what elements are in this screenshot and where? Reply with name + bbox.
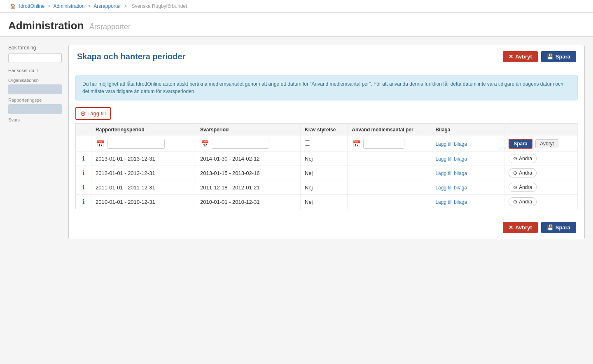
row-bilaga: Lägg till bilaga — [431, 152, 504, 166]
th-icon — [76, 124, 91, 136]
row-svar: 2014-01-30 - 2014-02-12 — [196, 152, 301, 166]
row-action: ⊙ Ändra — [504, 180, 578, 195]
row-save-button[interactable]: Spara — [509, 139, 532, 149]
rapportering-calendar-icon[interactable]: 📅 — [96, 139, 105, 149]
row-action: ⊙ Ändra — [504, 195, 578, 209]
search-label: Sök förening — [8, 45, 62, 51]
row-action: ⊙ Ändra — [504, 166, 578, 180]
breadcrumb-sep2: > — [88, 3, 91, 9]
page-title: Administration — [8, 19, 84, 32]
row-bilaga: Lägg till bilaga — [431, 180, 504, 195]
table-row: ℹ 2011-01-01 - 2011-12-31 2011-12-18 - 2… — [76, 180, 578, 195]
here-label: Här söker du fr — [8, 68, 62, 73]
page-header: Administration Årsrapporter — [0, 13, 593, 37]
footer-cancel-button[interactable]: ✕ Avbryt — [503, 222, 538, 233]
th-rapportering: Rapporteringsperiod — [91, 124, 196, 136]
rapportering-label: Rapporteringspe — [8, 98, 62, 103]
new-row-action-cell: Spara Avbryt — [504, 136, 578, 152]
bilaga-link-2[interactable]: Lägg till bilaga — [435, 185, 467, 191]
svar-calendar-icon[interactable]: 📅 — [200, 139, 210, 149]
sidebar: Sök förening Här söker du fr Organisatio… — [8, 45, 62, 239]
check-circle-icon-0: ⊙ — [513, 156, 517, 161]
breadcrumb-admin[interactable]: Administration — [53, 3, 84, 9]
check-circle-icon-1: ⊙ — [513, 170, 517, 176]
add-period-button[interactable]: ⊕ Lägg till — [75, 107, 111, 120]
table-row: ℹ 2010-01-01 - 2010-12-31 2010-01-01 - 2… — [76, 195, 578, 209]
header-cancel-button[interactable]: ✕ Avbryt — [503, 51, 538, 62]
andra-button-1[interactable]: ⊙ Ändra — [509, 168, 537, 177]
check-circle-icon-3: ⊙ — [513, 199, 517, 205]
breadcrumb-org: Svenska Rugbyförbundet — [132, 3, 187, 9]
svar-date-input[interactable] — [212, 139, 269, 149]
anvand-calendar-icon[interactable]: 📅 — [352, 139, 362, 149]
row-krav: Nej — [301, 166, 348, 180]
row-info-icon: ℹ — [76, 195, 91, 209]
andra-button-0[interactable]: ⊙ Ändra — [509, 154, 537, 163]
bilaga-link-3[interactable]: Lägg till bilaga — [435, 199, 467, 205]
table-row: ℹ 2013-01-01 - 2013-12-31 2014-01-30 - 2… — [76, 152, 578, 166]
new-bilaga-link[interactable]: Lägg till bilaga — [435, 141, 467, 147]
modal-card: Skapa och hantera perioder ✕ Avbryt 💾 Sp… — [68, 45, 585, 239]
row-svar: 2011-12-18 - 2012-01-21 — [196, 180, 301, 195]
row-anvand — [348, 180, 431, 195]
x-icon: ✕ — [509, 54, 513, 60]
header-save-button[interactable]: 💾 Spara — [541, 51, 576, 62]
x-icon-footer: ✕ — [509, 224, 513, 231]
svars-label: Svars — [8, 117, 62, 122]
row-rapportering: 2010-01-01 - 2010-12-31 — [91, 195, 196, 209]
info-box: Du har möjlighet att låta IdrottOnline a… — [75, 75, 578, 100]
row-info-icon: ℹ — [76, 180, 91, 195]
table-header-row: Rapporteringsperiod Svarsperiod Kräv sty… — [76, 124, 578, 136]
rapportering-date-input[interactable] — [107, 139, 165, 149]
th-action — [504, 124, 578, 136]
info-text: Du har möjlighet att låta IdrottOnline a… — [82, 81, 563, 94]
row-rapportering: 2013-01-01 - 2013-12-31 — [91, 152, 196, 166]
row-cancel-button[interactable]: Avbryt — [535, 139, 558, 148]
th-anvand: Använd medlemsantal per — [348, 124, 431, 136]
home-icon: 🏠 — [10, 3, 16, 9]
th-krav: Kräv styrelse — [301, 124, 348, 136]
org-label: Organisationsn — [8, 78, 62, 83]
bilaga-link-1[interactable]: Lägg till bilaga — [435, 170, 467, 176]
check-circle-icon-2: ⊙ — [513, 184, 517, 190]
row-rapportering: 2012-01-01 - 2012-12-31 — [91, 166, 196, 180]
bilaga-link-0[interactable]: Lägg till bilaga — [435, 156, 467, 162]
row-bilaga: Lägg till bilaga — [431, 195, 504, 209]
row-anvand — [348, 195, 431, 209]
new-row-anvand-cell: 📅 — [348, 136, 431, 152]
row-info-icon: ℹ — [76, 152, 91, 166]
row-anvand — [348, 166, 431, 180]
svar-input-group: 📅 — [200, 139, 296, 149]
row-krav: Nej — [301, 152, 348, 166]
th-svar: Svarsperiod — [196, 124, 301, 136]
row-rapportering: 2011-01-01 - 2011-12-31 — [91, 180, 196, 195]
row-bilaga: Lägg till bilaga — [431, 166, 504, 180]
row-action: ⊙ Ändra — [504, 152, 578, 166]
row-svar: 2010-01-01 - 2010-12-31 — [196, 195, 301, 209]
breadcrumb-arsrapporter[interactable]: Årsrapporter — [93, 3, 121, 9]
th-bilaga: Bilaga — [431, 124, 504, 136]
table-row: ℹ 2012-01-01 - 2012-12-31 2013-01-15 - 2… — [76, 166, 578, 180]
plus-circle-icon: ⊕ — [80, 110, 86, 117]
periods-table: Rapporteringsperiod Svarsperiod Kräv sty… — [75, 123, 578, 209]
card-footer: ✕ Avbryt 💾 Spara — [69, 216, 584, 239]
anvand-date-input[interactable] — [363, 139, 404, 149]
anvand-input-group: 📅 — [352, 139, 427, 149]
sidebar-bar1 — [8, 84, 62, 94]
new-row-icon-cell — [76, 136, 91, 152]
table-area: ⊕ Lägg till Rapporteringsperiod Svarsper… — [75, 107, 578, 209]
new-row-bilaga-cell: Lägg till bilaga — [431, 136, 504, 152]
breadcrumb-home[interactable]: IdrottOnline — [19, 3, 44, 9]
search-input[interactable] — [8, 53, 62, 63]
main-layout: Sök förening Här söker du fr Organisatio… — [0, 37, 593, 247]
footer-save-button[interactable]: 💾 Spara — [541, 222, 576, 233]
new-row-rapportering-cell: 📅 — [91, 136, 196, 152]
row-info-icon: ℹ — [76, 166, 91, 180]
save-icon-footer: 💾 — [547, 224, 553, 231]
krav-checkbox[interactable] — [305, 140, 310, 146]
header-buttons: ✕ Avbryt 💾 Spara — [503, 51, 576, 62]
row-svar: 2013-01-15 - 2013-02-16 — [196, 166, 301, 180]
save-icon: 💾 — [547, 54, 553, 60]
andra-button-3[interactable]: ⊙ Ändra — [509, 197, 537, 206]
andra-button-2[interactable]: ⊙ Ändra — [509, 183, 537, 192]
